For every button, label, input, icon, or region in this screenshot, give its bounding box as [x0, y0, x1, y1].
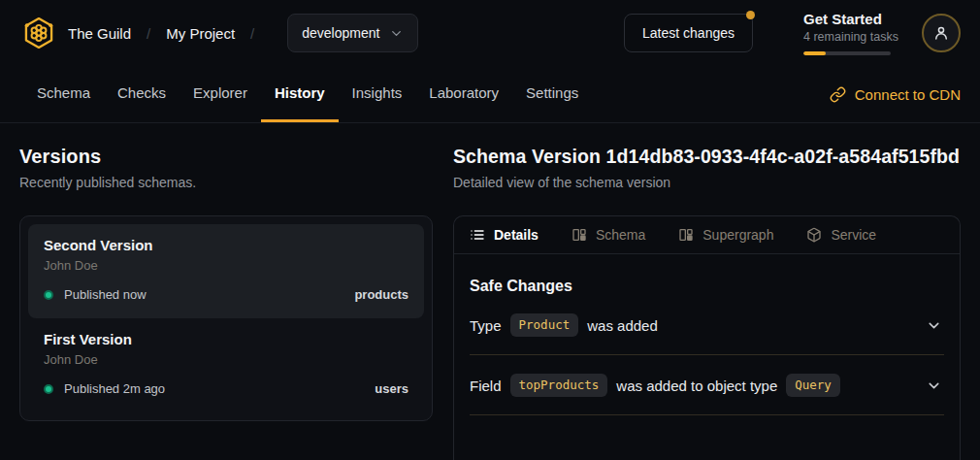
change-text: Type: [470, 317, 502, 334]
change-text: was added: [587, 317, 658, 334]
detail-body: Safe Changes Type Product was added: [454, 278, 960, 415]
change-text: was added to object type: [616, 378, 777, 394]
get-started-widget[interactable]: Get Started 4 remaining tasks: [803, 11, 897, 55]
tab-history[interactable]: History: [261, 66, 339, 122]
app-header: The Guild / My Project / development Lat…: [0, 0, 980, 66]
guild-honeycomb-logo-icon[interactable]: [23, 16, 54, 49]
breadcrumb-separator: /: [147, 25, 150, 42]
detail-tab-bar: Details Schema Sup: [454, 216, 960, 254]
tab-insights[interactable]: Insights: [339, 66, 416, 122]
change-text: Field: [470, 378, 502, 394]
version-name: Second Version: [44, 237, 408, 253]
chevron-down-icon: [389, 26, 404, 41]
service-name: users: [375, 381, 408, 396]
versions-subtitle: Recently published schemas.: [19, 175, 433, 190]
tab-schema[interactable]: Schema: [23, 66, 104, 122]
person-icon: [932, 24, 950, 42]
get-started-progress-track: [803, 51, 891, 55]
expand-change-button[interactable]: [924, 315, 944, 336]
link-chain-icon: [830, 86, 846, 103]
nav-spacer: [592, 66, 830, 122]
list-icon: [470, 227, 485, 243]
published-status-dot: [44, 384, 53, 394]
safe-changes-heading: Safe Changes: [470, 278, 944, 295]
get-started-progress-fill: [803, 51, 826, 55]
get-started-subtitle: 4 remaining tasks: [803, 30, 897, 44]
expand-change-button[interactable]: [924, 376, 944, 396]
versions-title: Versions: [19, 146, 433, 168]
main-content: Versions Recently published schemas. Sec…: [0, 123, 980, 460]
detail-tab-details[interactable]: Details: [470, 227, 539, 243]
detail-tab-supergraph[interactable]: Supergraph: [678, 227, 773, 243]
chevron-down-icon: [926, 378, 942, 394]
code-chip: Query: [786, 374, 840, 397]
tab-laboratory[interactable]: Laboratory: [415, 66, 512, 122]
versions-list: Second Version John Doe Published now pr…: [19, 215, 433, 421]
version-author: John Doe: [44, 352, 408, 367]
code-chip: Product: [510, 313, 579, 337]
code-chip: topProducts: [510, 374, 608, 397]
connect-to-cdn-label: Connect to CDN: [855, 86, 961, 103]
detail-tab-schema[interactable]: Schema: [572, 227, 645, 243]
tab-explorer[interactable]: Explorer: [180, 66, 261, 122]
breadcrumb-project[interactable]: My Project: [166, 25, 235, 42]
version-detail-title: Schema Version 1d14db83-0933-4f4c-a02f-a…: [453, 146, 961, 168]
connect-to-cdn-link[interactable]: Connect to CDN: [830, 66, 961, 122]
detail-tab-service[interactable]: Service: [806, 227, 876, 243]
latest-changes-button[interactable]: Latest changes: [624, 14, 753, 52]
notification-dot: [746, 11, 755, 19]
change-row: Type Product was added: [470, 295, 944, 355]
published-time: Published now: [64, 287, 147, 302]
service-name: products: [354, 287, 408, 302]
version-detail-subtitle: Detailed view of the schema version: [453, 175, 961, 190]
target-selector-value: development: [302, 25, 379, 41]
main-nav: Schema Checks Explorer History Insights …: [0, 66, 980, 123]
published-status-dot: [44, 290, 53, 300]
version-name: First Version: [44, 331, 408, 347]
published-time: Published 2m ago: [64, 381, 165, 396]
versions-column: Versions Recently published schemas. Sec…: [19, 123, 433, 460]
version-detail-panel: Details Schema Sup: [453, 215, 961, 460]
version-author: John Doe: [44, 258, 408, 273]
tab-checks[interactable]: Checks: [104, 66, 180, 122]
columns-icon: [572, 227, 587, 243]
get-started-title: Get Started: [803, 11, 897, 27]
columns-icon: [678, 227, 694, 243]
breadcrumb-org[interactable]: The Guild: [68, 25, 131, 42]
tab-settings[interactable]: Settings: [512, 66, 592, 122]
cube-icon: [806, 227, 822, 243]
version-detail-column: Schema Version 1d14db83-0933-4f4c-a02f-a…: [453, 123, 961, 460]
change-row: Field topProducts was added to object ty…: [470, 355, 944, 415]
breadcrumb-separator: /: [250, 25, 254, 42]
chevron-down-icon: [926, 317, 942, 334]
target-selector[interactable]: development: [287, 14, 418, 52]
user-avatar[interactable]: [922, 14, 961, 52]
version-list-item[interactable]: First Version John Doe Published 2m ago …: [28, 318, 424, 412]
version-list-item[interactable]: Second Version John Doe Published now pr…: [28, 224, 424, 318]
